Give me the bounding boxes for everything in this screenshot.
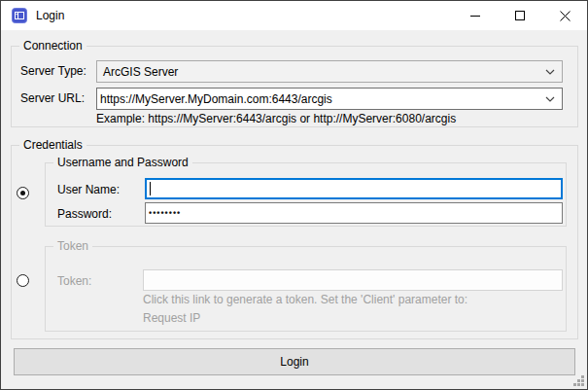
server-type-value: ArcGIS Server <box>103 65 178 79</box>
window-title: Login <box>36 9 64 22</box>
token-help-text: Click this link to generate a token. Set… <box>143 293 467 306</box>
server-type-select[interactable]: ArcGIS Server <box>96 60 563 83</box>
token-input <box>143 269 563 291</box>
close-button[interactable] <box>542 1 587 30</box>
minimize-icon <box>470 11 481 21</box>
text-caret <box>150 182 151 195</box>
chevron-down-icon <box>545 69 555 75</box>
user-name-label: User Name: <box>57 183 120 196</box>
titlebar: Login <box>1 1 587 30</box>
maximize-icon <box>515 11 526 21</box>
server-url-value: https://MyServer.MyDomain.com:6443/arcgi… <box>100 92 332 106</box>
username-password-legend: Username and Password <box>53 156 192 169</box>
app-form-icon <box>12 8 27 23</box>
maximize-button[interactable] <box>498 1 542 30</box>
token-legend: Token <box>53 239 92 253</box>
user-name-input[interactable] <box>145 178 563 199</box>
password-input[interactable] <box>145 202 563 224</box>
close-icon <box>560 11 571 21</box>
chevron-down-icon <box>545 96 555 102</box>
token-client-value: Request IP <box>143 311 200 325</box>
server-url-combobox[interactable]: https://MyServer.MyDomain.com:6443/arcgi… <box>96 88 563 110</box>
login-button[interactable]: Login <box>14 348 575 375</box>
token-radio[interactable] <box>17 274 29 287</box>
username-password-radio[interactable] <box>17 187 29 199</box>
token-label: Token: <box>57 274 91 288</box>
resize-grip-icon[interactable] <box>572 374 585 387</box>
password-label: Password: <box>57 207 112 221</box>
server-url-example: Example: https://MyServer:6443/arcgis or… <box>96 112 456 125</box>
credentials-legend: Credentials <box>19 138 86 152</box>
minimize-button[interactable] <box>453 1 498 30</box>
server-url-label: Server URL: <box>20 91 85 105</box>
server-type-label: Server Type: <box>20 64 86 78</box>
login-dialog: Login Connection Server Type: ArcGIS Ser… <box>0 0 588 390</box>
connection-legend: Connection <box>19 39 86 53</box>
